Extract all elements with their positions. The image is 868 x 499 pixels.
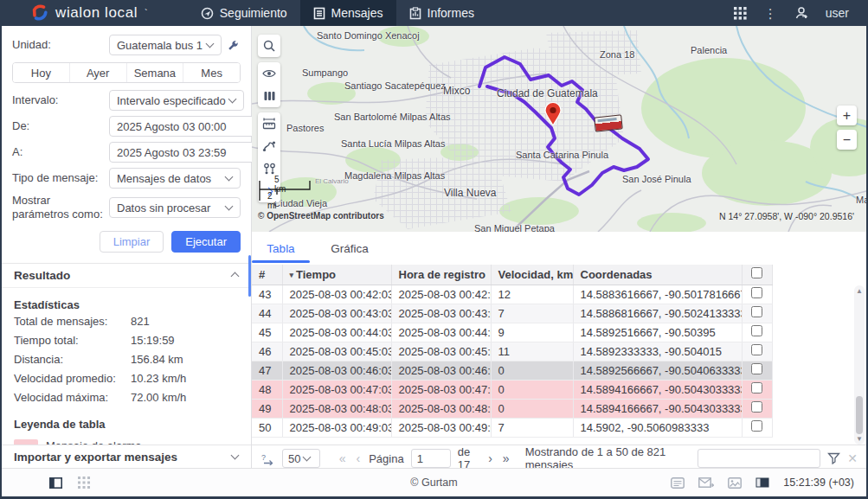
media-icon[interactable] — [728, 477, 742, 489]
range-mes-button[interactable]: Mes — [183, 63, 240, 82]
cell-time: 2025-08-03 00:46:03 — [282, 361, 391, 380]
scroll-up-icon[interactable]: ▲ — [854, 287, 865, 295]
map-place-label: Sumpango — [302, 67, 348, 78]
import-export-section-header[interactable]: Importar y exportar mensajes — [2, 445, 251, 469]
map-layers-tool[interactable] — [258, 85, 280, 107]
row-checkbox[interactable] — [751, 287, 762, 298]
map-track-tool[interactable] — [258, 135, 280, 157]
table-row[interactable]: 492025-08-03 00:48:032025-08-03 00:48:05… — [252, 399, 772, 418]
filter-input[interactable] — [698, 449, 820, 468]
notifications-icon[interactable] — [671, 477, 685, 489]
col-hora-registro[interactable]: Hora de registro — [391, 265, 491, 285]
map-search-tool[interactable] — [258, 35, 280, 57]
last-page-button[interactable]: » — [501, 451, 511, 465]
page-size-select[interactable]: 50 — [282, 449, 320, 468]
clear-button[interactable]: Limpiar — [100, 231, 164, 253]
col-velocidad[interactable]: Velocidad, km/h — [491, 265, 573, 285]
split-view-icon[interactable] — [755, 477, 769, 488]
stat-row: Total de mensajes: 821 — [14, 315, 239, 328]
tab-seguimiento[interactable]: Seguimiento — [188, 0, 300, 26]
tab-informes[interactable]: Informes — [396, 0, 487, 26]
table-row[interactable]: 482025-08-03 00:47:032025-08-03 00:47:05… — [252, 380, 772, 399]
bottom-grid-icon[interactable] — [78, 477, 90, 489]
row-checkbox[interactable] — [751, 363, 762, 374]
show-params-select[interactable]: Datos sin procesar — [109, 197, 241, 218]
range-hoy-button[interactable]: Hoy — [13, 63, 70, 82]
next-page-button[interactable]: › — [486, 451, 494, 465]
table-row[interactable]: 462025-08-03 00:45:032025-08-03 00:45:04… — [252, 342, 772, 361]
apps-grid-icon[interactable] — [734, 7, 747, 20]
col-tiempo[interactable]: ▾Tiempo — [282, 265, 391, 285]
page-number-input[interactable] — [411, 449, 451, 468]
cell-speed: 12 — [491, 285, 573, 304]
from-label: De: — [12, 119, 109, 133]
filter-funnel-icon[interactable] — [827, 452, 840, 464]
view-tabs: Tabla Gráfica — [252, 232, 866, 265]
zoom-in-button[interactable]: + — [837, 106, 857, 125]
tab-mensajes[interactable]: Mensajes — [300, 0, 396, 26]
zoom-out-button[interactable]: − — [837, 130, 857, 150]
stat-label: Total de mensajes: — [14, 315, 131, 328]
more-menu-icon[interactable]: ⋮ — [764, 7, 777, 20]
prev-page-button[interactable]: ‹ — [355, 451, 363, 465]
go-to-message-icon[interactable]: ? — [260, 452, 275, 465]
unit-select[interactable]: Guatemala bus 1 — [109, 35, 222, 55]
cell-num: 50 — [252, 418, 282, 437]
range-semana-button[interactable]: Semana — [127, 63, 184, 82]
collapse-panel-icon[interactable] — [49, 477, 62, 489]
row-checkbox[interactable] — [751, 344, 762, 355]
stats-title: Estadísticas — [14, 298, 251, 311]
map-visibility-tool[interactable] — [258, 62, 280, 85]
map-place-label: San José Pinula — [622, 174, 691, 184]
user-icon[interactable] — [794, 6, 808, 20]
table-row[interactable]: 452025-08-03 00:44:032025-08-03 00:44:04… — [252, 323, 772, 342]
cell-coords: 14.5892566667, -90.5040633333 — [573, 361, 742, 380]
map-place-label: Santo Domingo Xenacoj — [317, 30, 420, 41]
wrench-icon[interactable] — [227, 40, 239, 52]
unit-value: Guatemala bus 1 — [117, 39, 203, 52]
map-canvas[interactable]: Santo Domingo Xenacoj Sumpango Santiago … — [252, 26, 866, 232]
show-params-label: Mostrar parámetros como: — [12, 194, 109, 222]
unit-position-pin-icon[interactable] — [544, 102, 562, 126]
panel-scrollbar[interactable] — [248, 255, 251, 297]
table-row[interactable]: 502025-08-03 00:49:032025-08-03 00:49:04… — [252, 418, 772, 437]
map-measure-tool[interactable] — [258, 112, 280, 135]
result-section-header[interactable]: Resultado — [2, 263, 251, 288]
row-checkbox[interactable] — [751, 401, 762, 413]
osm-attribution[interactable]: © OpenStreetMap contributors — [258, 211, 384, 221]
tab-tabla[interactable]: Tabla — [252, 232, 310, 265]
scrollbar-thumb[interactable] — [856, 396, 863, 434]
table-row[interactable]: 442025-08-03 00:43:032025-08-03 00:43:05… — [252, 304, 772, 323]
chevron-down-icon — [206, 40, 215, 48]
chevron-up-icon — [231, 272, 240, 281]
cell-checkbox — [742, 304, 772, 323]
cell-checkbox — [742, 323, 772, 342]
row-checkbox[interactable] — [751, 306, 762, 317]
table-row[interactable]: 472025-08-03 00:46:032025-08-03 00:46:05… — [252, 361, 772, 380]
cell-reg-time: 2025-08-03 00:48:05 — [391, 399, 491, 418]
table-row[interactable]: 432025-08-03 00:42:032025-08-03 00:42:05… — [252, 285, 772, 304]
message-type-select[interactable]: Mensajes de datos — [109, 168, 241, 189]
execute-button[interactable]: Ejecutar — [171, 231, 241, 253]
row-checkbox[interactable] — [751, 325, 762, 336]
range-ayer-button[interactable]: Ayer — [70, 63, 127, 82]
table-scrollbar[interactable]: ▲ ▼ — [854, 285, 865, 445]
bus-unit-icon[interactable] — [594, 114, 623, 131]
send-message-icon[interactable] — [698, 477, 714, 489]
cell-num: 46 — [252, 342, 282, 361]
cell-num: 49 — [252, 399, 282, 418]
row-checkbox[interactable] — [751, 420, 762, 432]
select-all-checkbox[interactable] — [751, 267, 762, 278]
col-coordenadas[interactable]: Coordenadas — [573, 265, 742, 285]
first-page-button[interactable]: « — [338, 451, 348, 465]
col-num[interactable]: # — [252, 265, 282, 285]
interval-select[interactable]: Intervalo especificado — [109, 90, 244, 111]
cell-num: 44 — [252, 304, 282, 323]
row-checkbox[interactable] — [751, 382, 762, 393]
map-place-label: Pastores — [286, 123, 324, 133]
cell-reg-time: 2025-08-03 00:42:05 — [391, 285, 491, 304]
scroll-down-icon[interactable]: ▼ — [854, 435, 865, 443]
tab-grafica[interactable]: Gráfica — [319, 232, 380, 265]
messages-left-panel: Unidad: Guatemala bus 1 Hoy Ayer Semana … — [2, 26, 252, 469]
clear-filter-icon[interactable]: ✕ — [847, 451, 858, 465]
